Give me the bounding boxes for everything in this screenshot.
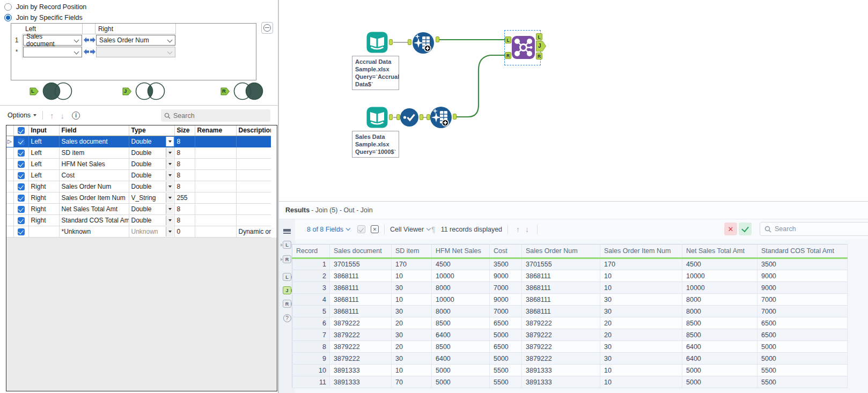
rename-cell[interactable] (195, 214, 236, 226)
results-table-row[interactable]: 93879222306400500038792223064005000 (292, 353, 848, 365)
type-dropdown-cell[interactable]: Unknown (129, 226, 174, 237)
row-checkbox[interactable] (13, 192, 28, 203)
column-header[interactable]: Input (28, 125, 59, 136)
output-anchor[interactable] (436, 36, 439, 42)
fields-table-row[interactable]: LeftCostDouble8 (6, 169, 271, 181)
scroll-down-button[interactable]: ↓ (523, 225, 532, 234)
description-cell[interactable] (236, 214, 271, 226)
type-dropdown-button[interactable] (166, 137, 174, 146)
right-field-dropdown[interactable]: Sales Order Num (96, 35, 175, 46)
select-all-checkbox[interactable] (13, 125, 28, 136)
output-anchor[interactable] (453, 114, 457, 120)
results-column-header[interactable]: Sales Order Num (522, 244, 600, 258)
type-dropdown-button[interactable] (166, 204, 174, 214)
results-column-header[interactable]: Sales document (330, 244, 392, 258)
column-header[interactable]: Field (59, 125, 129, 136)
column-header[interactable]: Description (236, 125, 271, 136)
input-anchor[interactable] (408, 39, 411, 45)
arrow-left-icon[interactable] (84, 49, 89, 55)
rename-cell[interactable] (195, 226, 236, 237)
results-column-header[interactable]: HFM Net Sales (432, 244, 490, 258)
rename-cell[interactable] (195, 181, 236, 192)
fields-summary-dropdown[interactable]: 8 of 8 Fields (307, 226, 350, 233)
results-table-row[interactable]: 73879222306400500038792222085006500 (292, 329, 848, 341)
results-table-row[interactable]: 103891333105000550038913331050005500 (292, 365, 848, 376)
input-anchor-right[interactable]: R (283, 255, 291, 263)
rename-cell[interactable] (195, 203, 236, 214)
results-table-row[interactable]: 1370155517045003500370155517045003500 (292, 258, 848, 270)
search-input[interactable] (775, 225, 866, 233)
results-column-header[interactable]: Cost (490, 244, 522, 258)
results-table-row[interactable]: 438681111010000900038681113080007000 (292, 294, 848, 306)
join-left-input-anchor[interactable]: L (505, 36, 511, 43)
type-dropdown-cell[interactable]: Double (129, 181, 174, 192)
results-table-row[interactable]: 338681113080007000386811110100009000 (292, 282, 848, 294)
swap-fields-buttons[interactable] (84, 37, 95, 43)
arrow-right-icon[interactable] (90, 49, 95, 55)
fields-table-row[interactable]: ▷LeftSales documentDouble8 (6, 136, 271, 147)
radio-circle-icon[interactable] (4, 3, 12, 11)
output-anchor[interactable] (420, 114, 423, 120)
rename-cell[interactable] (195, 136, 236, 147)
results-column-header[interactable]: Sales Order Item Num (600, 244, 682, 258)
join-left-output-anchor[interactable]: L (536, 33, 542, 40)
description-cell[interactable] (236, 203, 271, 214)
row-checkbox[interactable] (13, 136, 28, 147)
select-tool[interactable] (400, 108, 419, 129)
fields-table-row[interactable]: *UnknownUnknown0Dynamic or ... (6, 226, 271, 237)
row-checkbox[interactable] (13, 181, 28, 192)
column-header[interactable]: Type (129, 125, 174, 136)
select-all-icon[interactable] (357, 225, 365, 233)
column-header[interactable]: Rename (195, 125, 236, 136)
type-dropdown-button[interactable] (166, 182, 174, 191)
results-table-row[interactable]: 113891333705000550038913331050005500 (292, 376, 848, 388)
fields-table-row[interactable]: RightSales Order Item NumV_String255 (6, 192, 271, 203)
move-up-button[interactable]: ↑ (47, 111, 57, 120)
input-anchor-left[interactable]: L (283, 241, 291, 249)
row-checkbox[interactable] (13, 214, 28, 226)
fields-table-row[interactable]: RightNet Sales Total AmtDouble8 (6, 203, 271, 214)
type-dropdown-cell[interactable]: Double (129, 158, 174, 169)
list-view-icon[interactable] (283, 229, 291, 234)
results-table-row[interactable]: 2386811110100009000386811110100009000 (292, 270, 848, 282)
row-checkbox[interactable] (13, 158, 28, 169)
fields-table-row[interactable]: RightStandard COS Total AmtDouble8 (6, 214, 271, 226)
tool-annotation-accrual[interactable]: Accrual DataSample.xlsxQuery=`AccrualDat… (352, 56, 399, 90)
join-output-anchor[interactable]: J (536, 41, 546, 51)
results-column-header[interactable]: Net Sales Total Amt (682, 244, 757, 258)
options-menu-button[interactable]: Options (5, 109, 39, 121)
description-cell[interactable]: Dynamic or ... (236, 226, 271, 237)
type-dropdown-button[interactable] (166, 227, 174, 236)
data-cleansing-tool-1[interactable] (412, 32, 435, 56)
rename-cell[interactable] (195, 192, 236, 203)
results-column-header[interactable]: SD item (392, 244, 432, 258)
rename-cell[interactable] (195, 158, 236, 169)
description-cell[interactable] (236, 158, 271, 169)
results-table-row[interactable]: 63879222208500650038792222085006500 (292, 317, 848, 329)
results-table-row[interactable]: 83879222208500650038792223064005000 (292, 341, 848, 353)
help-icon[interactable]: ? (283, 314, 291, 322)
data-cleansing-tool-2[interactable] (430, 106, 452, 131)
whitespace-toggle-icon[interactable]: ¶ (431, 225, 436, 234)
row-checkbox[interactable] (13, 226, 28, 237)
fields-search[interactable] (161, 109, 270, 122)
clear-filter-button[interactable]: ✕ (724, 223, 737, 235)
fields-table-row[interactable]: LeftHFM Net SalesDouble8 (6, 158, 271, 169)
info-icon[interactable]: i (72, 112, 80, 120)
column-header[interactable]: Size (174, 125, 195, 136)
type-dropdown-cell[interactable]: Double (129, 147, 174, 158)
radio-join-specific-fields[interactable]: Join by Specific Fields (4, 13, 83, 22)
fields-table-row[interactable]: LeftSD itemDouble8 (6, 147, 271, 158)
deselect-icon[interactable]: ✕ (371, 225, 379, 233)
cell-viewer-dropdown[interactable]: Cell Viewer (390, 226, 430, 233)
type-dropdown-cell[interactable]: V_String (129, 192, 174, 203)
description-cell[interactable] (236, 169, 271, 181)
type-dropdown-button[interactable] (166, 159, 174, 169)
type-dropdown-button[interactable] (166, 193, 174, 203)
workflow-canvas[interactable]: Accrual DataSample.xlsxQuery=`AccrualDat… (279, 0, 868, 201)
arrow-right-icon[interactable] (90, 37, 95, 43)
row-checkbox[interactable] (13, 169, 28, 181)
type-dropdown-button[interactable] (166, 216, 174, 225)
description-cell[interactable] (236, 147, 271, 158)
type-dropdown-button[interactable] (166, 148, 174, 158)
